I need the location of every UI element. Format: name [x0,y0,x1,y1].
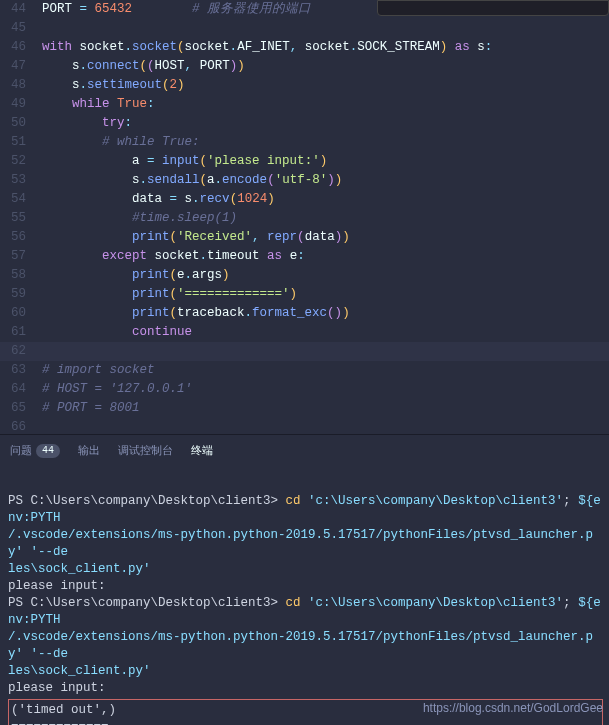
line-number: 55 [0,209,42,228]
line-content: with socket.socket(socket.AF_INET, socke… [42,38,609,57]
code-line[interactable]: 58 print(e.args) [0,266,609,285]
code-line[interactable]: 61 continue [0,323,609,342]
line-number: 47 [0,57,42,76]
line-number: 45 [0,19,42,38]
line-number: 48 [0,76,42,95]
terminal-path: 'c:\Users\company\Desktop\client3' [308,494,563,508]
line-number: 57 [0,247,42,266]
code-line[interactable]: 65# PORT = 8001 [0,399,609,418]
line-content: # HOST = '127.0.0.1' [42,380,609,399]
code-line[interactable]: 49 while True: [0,95,609,114]
line-content: while True: [42,95,609,114]
code-line[interactable]: 63# import socket [0,361,609,380]
tab-terminal[interactable]: 终端 [191,443,213,458]
line-content: #time.sleep(1) [42,209,609,228]
code-line[interactable]: 53 s.sendall(a.encode('utf-8')) [0,171,609,190]
tab-output[interactable]: 输出 [78,443,100,458]
line-content: # while True: [42,133,609,152]
line-number: 54 [0,190,42,209]
terminal-prompt-text: PS C:\Users\company\Desktop\client3> [8,596,286,610]
line-number: 58 [0,266,42,285]
line-number: 66 [0,418,42,434]
line-number: 59 [0,285,42,304]
tab-debug-console[interactable]: 调试控制台 [118,443,173,458]
panel-tabs: 问题 44 输出 调试控制台 终端 [0,434,609,466]
code-line[interactable]: 48 s.settimeout(2) [0,76,609,95]
line-number: 63 [0,361,42,380]
line-number: 46 [0,38,42,57]
line-content: try: [42,114,609,133]
line-content: data = s.recv(1024) [42,190,609,209]
line-content: continue [42,323,609,342]
code-line[interactable]: 59 print('=============') [0,285,609,304]
line-number: 62 [0,342,42,361]
line-number: 44 [0,0,42,19]
code-line[interactable]: 64# HOST = '127.0.0.1' [0,380,609,399]
code-line[interactable]: 62 [0,342,609,361]
line-number: 60 [0,304,42,323]
line-number: 52 [0,152,42,171]
code-line[interactable]: 66 [0,418,609,434]
terminal-panel[interactable]: PS C:\Users\company\Desktop\client3> cd … [0,466,609,725]
code-line[interactable]: 50 try: [0,114,609,133]
code-editor[interactable]: 44PORT = 65432 # 服务器使用的端口4546with socket… [0,0,609,434]
code-line[interactable]: 45 [0,19,609,38]
line-content: print('Received', repr(data)) [42,228,609,247]
line-content: except socket.timeout as e: [42,247,609,266]
tab-problems[interactable]: 问题 44 [10,443,60,458]
line-content: print('=============') [42,285,609,304]
line-content: s.sendall(a.encode('utf-8')) [42,171,609,190]
code-line[interactable]: 46with socket.socket(socket.AF_INET, soc… [0,38,609,57]
code-line[interactable]: 47 s.connect((HOST, PORT)) [0,57,609,76]
line-content: # import socket [42,361,609,380]
line-number: 56 [0,228,42,247]
terminal-cmd: cd [286,494,309,508]
code-line[interactable]: 56 print('Received', repr(data)) [0,228,609,247]
line-content: print(e.args) [42,266,609,285]
line-content: print(traceback.format_exc()) [42,304,609,323]
code-line[interactable]: 52 a = input('please input:') [0,152,609,171]
code-line[interactable]: 55 #time.sleep(1) [0,209,609,228]
line-number: 53 [0,171,42,190]
line-number: 51 [0,133,42,152]
problems-badge: 44 [36,444,60,458]
hover-tooltip [377,0,609,16]
terminal-prompt-text: PS C:\Users\company\Desktop\client3> [8,494,286,508]
code-line[interactable]: 54 data = s.recv(1024) [0,190,609,209]
line-number: 49 [0,95,42,114]
line-number: 65 [0,399,42,418]
tab-problems-label: 问题 [10,443,32,458]
line-content: s.settimeout(2) [42,76,609,95]
line-content: a = input('please input:') [42,152,609,171]
terminal-input-prompt: please input: [8,579,106,593]
code-line[interactable]: 57 except socket.timeout as e: [0,247,609,266]
line-content: # PORT = 8001 [42,399,609,418]
watermark: https://blog.csdn.net/GodLordGee [423,701,603,715]
line-number: 61 [0,323,42,342]
line-number: 64 [0,380,42,399]
code-line[interactable]: 51 # while True: [0,133,609,152]
line-content: s.connect((HOST, PORT)) [42,57,609,76]
code-line[interactable]: 60 print(traceback.format_exc()) [0,304,609,323]
line-number: 50 [0,114,42,133]
